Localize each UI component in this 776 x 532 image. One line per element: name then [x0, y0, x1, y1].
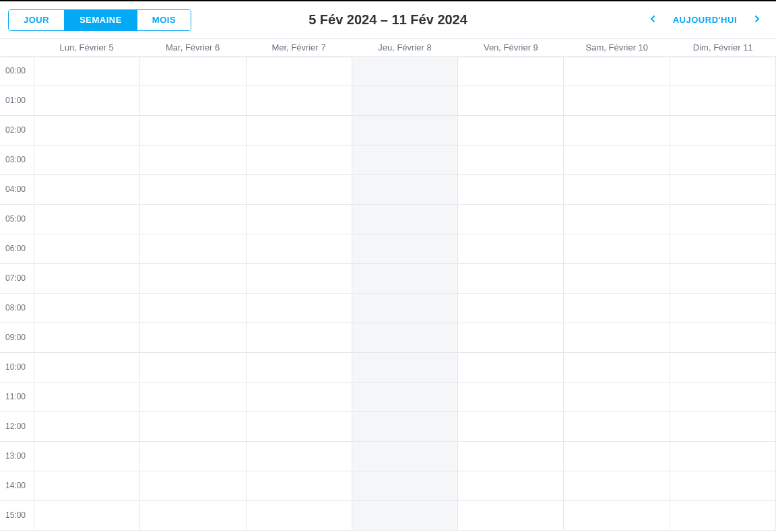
- time-cell[interactable]: [140, 323, 245, 353]
- time-cell[interactable]: [458, 353, 563, 383]
- time-cell[interactable]: [247, 412, 352, 442]
- time-cell[interactable]: [140, 294, 245, 323]
- time-cell[interactable]: [458, 234, 563, 264]
- day-header[interactable]: Mar, Février 6: [139, 42, 245, 53]
- next-button[interactable]: [746, 9, 768, 31]
- time-cell[interactable]: [352, 145, 457, 175]
- time-cell[interactable]: [564, 205, 669, 234]
- prev-button[interactable]: [642, 9, 664, 31]
- time-cell[interactable]: [458, 145, 563, 175]
- time-grid-scroll[interactable]: 00:0001:0002:0003:0004:0005:0006:0007:00…: [0, 57, 776, 532]
- time-cell[interactable]: [458, 264, 563, 294]
- time-cell[interactable]: [670, 57, 775, 86]
- time-cell[interactable]: [564, 175, 669, 205]
- time-cell[interactable]: [140, 175, 245, 205]
- time-cell[interactable]: [34, 86, 139, 116]
- time-cell[interactable]: [247, 442, 352, 471]
- time-cell[interactable]: [670, 145, 775, 175]
- time-cell[interactable]: [34, 412, 139, 442]
- time-cell[interactable]: [34, 353, 139, 383]
- time-cell[interactable]: [564, 323, 669, 353]
- time-cell[interactable]: [247, 383, 352, 412]
- time-cell[interactable]: [247, 116, 352, 145]
- time-cell[interactable]: [140, 116, 245, 145]
- time-cell[interactable]: [247, 175, 352, 205]
- day-header[interactable]: Dim, Février 11: [670, 42, 776, 53]
- time-cell[interactable]: [564, 412, 669, 442]
- view-month-button[interactable]: MOIS: [137, 10, 191, 30]
- time-cell[interactable]: [247, 145, 352, 175]
- time-cell[interactable]: [140, 442, 245, 471]
- time-cell[interactable]: [670, 323, 775, 353]
- time-cell[interactable]: [352, 471, 457, 501]
- time-cell[interactable]: [670, 442, 775, 471]
- time-cell[interactable]: [34, 175, 139, 205]
- time-cell[interactable]: [458, 442, 563, 471]
- time-cell[interactable]: [670, 501, 775, 531]
- time-cell[interactable]: [564, 86, 669, 116]
- time-cell[interactable]: [140, 471, 245, 501]
- time-cell[interactable]: [247, 294, 352, 323]
- time-cell[interactable]: [352, 264, 457, 294]
- time-cell[interactable]: [34, 145, 139, 175]
- time-cell[interactable]: [458, 205, 563, 234]
- time-cell[interactable]: [458, 175, 563, 205]
- time-cell[interactable]: [247, 234, 352, 264]
- time-cell[interactable]: [34, 234, 139, 264]
- day-header[interactable]: Sam, Février 10: [564, 42, 670, 53]
- time-cell[interactable]: [34, 264, 139, 294]
- time-cell[interactable]: [34, 57, 139, 86]
- day-header[interactable]: Jeu, Février 8: [352, 42, 457, 53]
- time-cell[interactable]: [564, 264, 669, 294]
- time-cell[interactable]: [670, 205, 775, 234]
- time-cell[interactable]: [352, 442, 457, 471]
- time-cell[interactable]: [670, 116, 775, 145]
- day-header[interactable]: Mer, Février 7: [246, 42, 352, 53]
- time-cell[interactable]: [247, 353, 352, 383]
- time-cell[interactable]: [352, 116, 457, 145]
- time-cell[interactable]: [670, 383, 775, 412]
- time-cell[interactable]: [140, 501, 245, 531]
- time-cell[interactable]: [352, 501, 457, 531]
- time-cell[interactable]: [458, 57, 563, 86]
- time-cell[interactable]: [670, 471, 775, 501]
- time-cell[interactable]: [564, 234, 669, 264]
- time-cell[interactable]: [670, 294, 775, 323]
- time-cell[interactable]: [352, 234, 457, 264]
- time-cell[interactable]: [458, 116, 563, 145]
- time-cell[interactable]: [670, 86, 775, 116]
- time-cell[interactable]: [140, 234, 245, 264]
- time-cell[interactable]: [34, 442, 139, 471]
- time-cell[interactable]: [140, 205, 245, 234]
- view-week-button[interactable]: SEMAINE: [64, 10, 137, 30]
- time-cell[interactable]: [564, 116, 669, 145]
- time-cell[interactable]: [458, 383, 563, 412]
- time-cell[interactable]: [564, 145, 669, 175]
- time-cell[interactable]: [564, 353, 669, 383]
- time-cell[interactable]: [34, 501, 139, 531]
- time-cell[interactable]: [670, 353, 775, 383]
- time-cell[interactable]: [670, 412, 775, 442]
- time-cell[interactable]: [140, 353, 245, 383]
- time-cell[interactable]: [140, 57, 245, 86]
- time-cell[interactable]: [564, 57, 669, 86]
- day-header[interactable]: Ven, Février 9: [458, 42, 564, 53]
- time-cell[interactable]: [34, 323, 139, 353]
- time-cell[interactable]: [458, 501, 563, 531]
- time-cell[interactable]: [247, 501, 352, 531]
- time-cell[interactable]: [247, 264, 352, 294]
- time-cell[interactable]: [352, 175, 457, 205]
- time-cell[interactable]: [564, 294, 669, 323]
- time-cell[interactable]: [140, 86, 245, 116]
- time-cell[interactable]: [34, 294, 139, 323]
- time-cell[interactable]: [352, 412, 457, 442]
- view-day-button[interactable]: JOUR: [9, 10, 64, 30]
- time-cell[interactable]: [140, 383, 245, 412]
- time-cell[interactable]: [458, 323, 563, 353]
- time-cell[interactable]: [564, 501, 669, 531]
- time-cell[interactable]: [352, 294, 457, 323]
- time-cell[interactable]: [564, 383, 669, 412]
- time-cell[interactable]: [670, 264, 775, 294]
- time-cell[interactable]: [458, 86, 563, 116]
- time-cell[interactable]: [247, 205, 352, 234]
